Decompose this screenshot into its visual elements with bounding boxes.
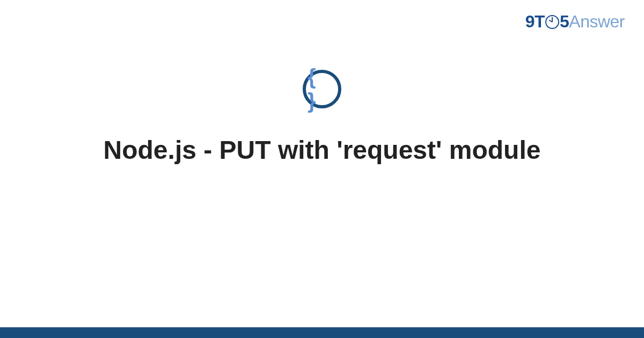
page-title: Node.js - PUT with 'request' module	[82, 134, 562, 166]
logo-nine: 9	[525, 12, 535, 31]
footer-bar	[0, 327, 644, 338]
main-content: { } Node.js - PUT with 'request' module	[0, 70, 644, 166]
logo-five: 5	[560, 12, 569, 31]
braces-glyph: { }	[308, 65, 338, 113]
code-braces-icon: { }	[303, 70, 341, 108]
logo-t: T	[535, 12, 545, 31]
logo-answer: Answer	[569, 12, 625, 31]
site-logo: 9T5Answer	[525, 12, 625, 32]
clock-icon	[545, 15, 559, 29]
